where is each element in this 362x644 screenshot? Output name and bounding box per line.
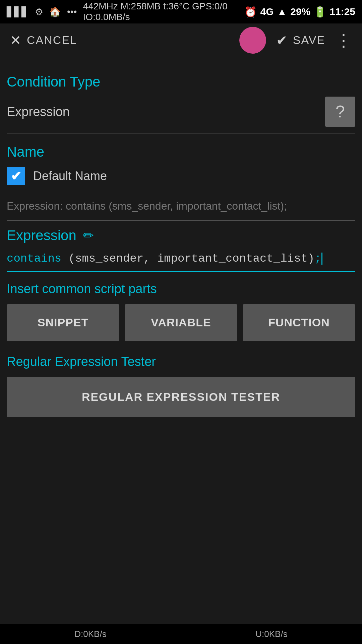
action-bar-right: ✔ SAVE ⋮	[239, 27, 352, 54]
cursor-caret	[321, 253, 322, 265]
preview-expression-text: Expression: contains (sms_sender, import…	[7, 200, 287, 212]
expression-code[interactable]: contains (sms_sender, important_contact_…	[7, 250, 355, 267]
function-button[interactable]: FUNCTION	[243, 304, 355, 341]
help-button[interactable]: ?	[325, 97, 355, 127]
home-icon: 🏠	[49, 6, 61, 17]
action-bar-left: ✕ CANCEL	[10, 33, 77, 48]
name-row: ✔ Default Name	[7, 167, 355, 185]
expr-semicolon: ;	[314, 252, 321, 265]
expression-input-area[interactable]: contains (sms_sender, important_contact_…	[7, 250, 355, 272]
expression-header: Expression ✏	[7, 227, 355, 244]
name-section: Name ✔ Default Name	[7, 144, 355, 185]
alarm-icon: ⏰	[244, 6, 257, 18]
status-bar: ▋▋▋ ⚙ 🏠 ••• 442MHz M:258MB t:36°C GPS:0/…	[0, 0, 362, 23]
help-icon: ?	[336, 102, 345, 121]
more-options-button[interactable]: ⋮	[335, 31, 352, 50]
variable-label: VARIABLE	[151, 316, 211, 329]
time-display: 11:25	[329, 6, 355, 17]
preview-expression: Expression: contains (sms_sender, import…	[7, 192, 355, 221]
snippet-button[interactable]: SNIPPET	[7, 304, 119, 341]
variable-button[interactable]: VARIABLE	[125, 304, 237, 341]
divider-1	[7, 133, 355, 134]
regex-tester-title: Regular Expression Tester	[7, 355, 355, 369]
insert-buttons-row: SNIPPET VARIABLE FUNCTION	[7, 304, 355, 341]
checkbox-check-icon: ✔	[11, 169, 21, 183]
network-type: 4G	[260, 6, 274, 17]
battery-percent: 29%	[290, 6, 310, 17]
action-bar: ✕ CANCEL ✔ SAVE ⋮	[0, 23, 362, 57]
name-title: Name	[7, 144, 355, 160]
regex-tester-button-label: REGULAR EXPRESSION TESTER	[82, 390, 280, 403]
regex-tester-section: Regular Expression Tester REGULAR EXPRES…	[7, 355, 355, 417]
expression-title: Expression	[7, 227, 76, 244]
settings-icon: ⚙	[35, 6, 43, 17]
dots-icon: •••	[67, 6, 77, 17]
battery-icon: 🔋	[314, 6, 326, 18]
condition-type-section: Condition Type Expression ?	[7, 74, 355, 127]
condition-type-row: Expression ?	[7, 97, 355, 127]
upload-speed: U:0KB/s	[255, 629, 287, 639]
function-label: FUNCTION	[268, 316, 330, 329]
download-speed: D:0KB/s	[74, 629, 106, 639]
status-left: ▋▋▋ ⚙ 🏠 ••• 442MHz M:258MB t:36°C GPS:0/…	[7, 1, 244, 22]
condition-type-title: Condition Type	[7, 74, 355, 90]
cancel-button[interactable]: ✕ CANCEL	[10, 33, 77, 48]
signal-icon: ▲	[277, 6, 287, 17]
status-right: ⏰ 4G ▲ 29% 🔋 11:25	[244, 6, 355, 18]
save-icon: ✔	[276, 33, 288, 48]
edit-icon[interactable]: ✏	[83, 228, 94, 243]
regex-tester-button[interactable]: REGULAR EXPRESSION TESTER	[7, 377, 355, 417]
snippet-label: SNIPPET	[38, 316, 88, 329]
signal-bars-icon: ▋▋▋	[7, 6, 29, 17]
status-info: 442MHz M:258MB t:36°C GPS:0/0 IO:0.0MB/s	[83, 1, 244, 22]
cancel-label: CANCEL	[27, 34, 77, 47]
expr-body: (sms_sender, important_contact_list)	[68, 252, 315, 265]
save-button[interactable]: ✔ SAVE	[276, 33, 325, 48]
expr-keyword-contains: contains	[7, 252, 61, 265]
cancel-icon: ✕	[10, 33, 22, 48]
main-content: Condition Type Expression ? Name ✔ Defau…	[0, 57, 362, 424]
expression-section: Expression ✏ contains (sms_sender, impor…	[7, 227, 355, 272]
insert-script-section: Insert common script parts SNIPPET VARIA…	[7, 282, 355, 341]
recording-dot	[239, 27, 266, 54]
default-name-label: Default Name	[33, 169, 107, 183]
save-label: SAVE	[293, 34, 325, 47]
insert-script-title: Insert common script parts	[7, 282, 355, 296]
default-name-checkbox[interactable]: ✔	[7, 167, 25, 185]
condition-type-value: Expression	[7, 105, 70, 119]
bottom-status-bar: D:0KB/s U:0KB/s	[0, 624, 362, 644]
